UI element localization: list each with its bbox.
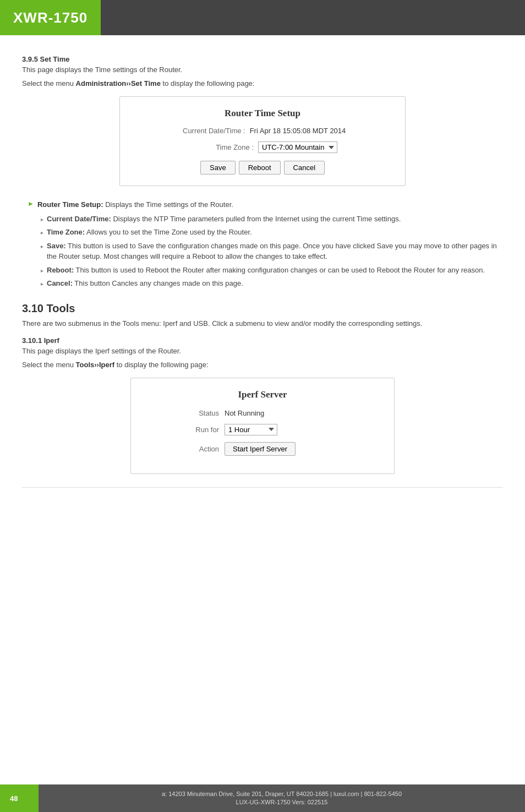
iperf-runfor-select[interactable]: 1 Hour 30 Minutes 2 Hours Continuous	[225, 424, 277, 435]
iperf-runfor-label: Run for	[181, 426, 219, 434]
nav-text-after: to display the following page:	[161, 79, 255, 88]
sub-bullet-2: ▸ Time Zone: Allows you to set the Time …	[41, 227, 503, 238]
iperf-action-label: Action	[181, 445, 219, 453]
sub-bullet-5-desc: This button Cancles any changes made on …	[74, 279, 243, 287]
section-3101-desc: This page displays the Iperf settings of…	[22, 347, 503, 355]
section-395-title: 3.9.5 Set Time	[22, 55, 503, 63]
bullet-main: ► Router Time Setup: Displays the Time s…	[28, 199, 503, 210]
logo-text: XWR-1750	[13, 9, 88, 26]
iperf-status-row: Status Not Running	[147, 409, 378, 417]
iperf-server-title: Iperf Server	[147, 389, 378, 400]
iperf-nav-before: Select the menu	[22, 361, 76, 369]
action-buttons: Save Reboot Cancel	[136, 161, 389, 175]
sub-bullet-3-desc: This button is used to Save the configur…	[47, 242, 497, 261]
sub-bullet-list: ▸ Current Date/Time: Displays the NTP Ti…	[41, 214, 503, 289]
sub-bullet-1-label: Current Date/Time:	[47, 215, 111, 223]
sub-arrow-icon: ▸	[41, 242, 43, 250]
current-date-label: Current Date/Time :	[179, 127, 245, 135]
reboot-button[interactable]: Reboot	[239, 161, 281, 175]
sub-arrow-icon: ▸	[41, 215, 43, 224]
header-bar	[101, 0, 525, 35]
router-time-title: Router Time Setup	[136, 108, 389, 119]
iperf-status-label: Status	[181, 409, 219, 417]
sub-arrow-icon: ▸	[41, 280, 43, 288]
footer: 48 a: 14203 Minuteman Drive, Suite 201, …	[0, 784, 525, 812]
sub-bullet-3-text: Save: This button is used to Save the co…	[47, 241, 503, 262]
save-button[interactable]: Save	[200, 161, 236, 175]
section-395-desc: This page displays the Time settings of …	[22, 66, 503, 74]
bullet-main-label: Router Time Setup:	[37, 200, 103, 209]
sub-bullet-2-desc: Allows you to set the Time Zone used by …	[86, 228, 252, 236]
sub-arrow-icon: ▸	[41, 266, 43, 275]
iperf-server-box: Iperf Server Status Not Running Run for …	[130, 378, 395, 474]
bullet-main-text: Router Time Setup: Displays the Time set…	[37, 199, 503, 210]
content-divider	[22, 487, 503, 488]
nav-bold: Administration››Set Time	[76, 79, 161, 88]
footer-info: a: 14203 Minuteman Drive, Suite 201, Dra…	[39, 784, 525, 812]
iperf-runfor-row: Run for 1 Hour 30 Minutes 2 Hours Contin…	[147, 424, 378, 435]
sub-bullet-5-label: Cancel:	[47, 279, 73, 287]
header: XWR-1750	[0, 0, 525, 35]
sub-bullet-2-text: Time Zone: Allows you to set the Time Zo…	[47, 227, 252, 238]
sub-bullet-3: ▸ Save: This button is used to Save the …	[41, 241, 503, 262]
timezone-row: Time Zone : UTC-7:00 Mountain UTC-8:00 P…	[136, 141, 389, 153]
section-395-nav: Select the menu Administration››Set Time…	[22, 79, 503, 88]
iperf-status-value: Not Running	[225, 409, 264, 417]
sub-arrow-icon: ▸	[41, 228, 43, 237]
cancel-button[interactable]: Cancel	[284, 161, 325, 175]
bullet-list: ► Router Time Setup: Displays the Time s…	[28, 199, 503, 289]
footer-info-line1: a: 14203 Minuteman Drive, Suite 201, Dra…	[162, 790, 402, 798]
section-310-title: 3.10 Tools	[22, 302, 503, 315]
router-time-setup-box: Router Time Setup Current Date/Time : Fr…	[119, 96, 406, 186]
sub-bullet-3-label: Save:	[47, 242, 66, 250]
sub-bullet-5-text: Cancel: This button Cancles any changes …	[47, 278, 243, 289]
main-content: 3.9.5 Set Time This page displays the Ti…	[0, 35, 525, 543]
sub-bullet-2-label: Time Zone:	[47, 228, 85, 236]
footer-info-line2: LUX-UG-XWR-1750 Vers: 022515	[162, 798, 402, 806]
sub-bullet-1: ▸ Current Date/Time: Displays the NTP Ti…	[41, 214, 503, 225]
bullet-main-desc: Displays the Time settings of the Router…	[105, 200, 233, 209]
sub-bullet-1-text: Current Date/Time: Displays the NTP Time…	[47, 214, 401, 225]
arrow-icon: ►	[28, 200, 34, 208]
current-date-row: Current Date/Time : Fri Apr 18 15:05:08 …	[136, 127, 389, 135]
timezone-select[interactable]: UTC-7:00 Mountain UTC-8:00 Pacific UTC-6…	[258, 141, 337, 153]
section-3101-nav: Select the menu Tools››Iperf to display …	[22, 361, 503, 369]
sub-bullet-4-text: Reboot: This button is used to Reboot th…	[47, 265, 485, 276]
section-3101-title: 3.10.1 Iperf	[22, 336, 503, 345]
timezone-label: Time Zone :	[188, 143, 254, 151]
current-date-value: Fri Apr 18 15:05:08 MDT 2014	[250, 127, 346, 135]
sub-bullet-4-desc: This button is used to Reboot the Router…	[76, 266, 485, 274]
iperf-nav-after: to display the following page:	[114, 361, 209, 369]
iperf-nav-bold: Tools››Iperf	[76, 361, 115, 369]
iperf-action-row: Action Start Iperf Server	[147, 442, 378, 456]
sub-bullet-4-label: Reboot:	[47, 266, 74, 274]
section-310-desc: There are two submenus in the Tools menu…	[22, 319, 503, 328]
nav-text-before: Select the menu	[22, 79, 76, 88]
footer-page-number: 48	[0, 784, 39, 812]
sub-bullet-4: ▸ Reboot: This button is used to Reboot …	[41, 265, 503, 276]
start-iperf-button[interactable]: Start Iperf Server	[225, 442, 296, 456]
logo-block: XWR-1750	[0, 0, 101, 35]
sub-bullet-1-desc: Displays the NTP Time parameters pulled …	[113, 215, 401, 223]
sub-bullet-5: ▸ Cancel: This button Cancles any change…	[41, 278, 503, 289]
